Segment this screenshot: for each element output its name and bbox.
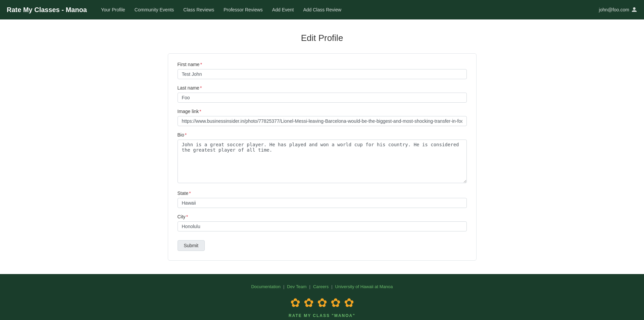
city-input[interactable] xyxy=(178,221,467,231)
footer-separator-2: | xyxy=(309,284,310,289)
footer-link-careers[interactable]: Careers xyxy=(313,284,329,289)
image-link-input[interactable] xyxy=(178,116,467,126)
flower-3: ✿ xyxy=(317,296,327,310)
image-link-group: Image link* xyxy=(178,109,467,126)
flower-1: ✿ xyxy=(290,296,300,310)
navbar-link-class-reviews[interactable]: Class Reviews xyxy=(179,5,218,14)
footer-link-dev-team[interactable]: Dev Team xyxy=(287,284,306,289)
footer-link-documentation[interactable]: Documentation xyxy=(251,284,280,289)
city-group: City* xyxy=(178,214,467,231)
submit-button[interactable]: Submit xyxy=(178,240,205,251)
footer-separator-1: | xyxy=(283,284,284,289)
first-name-required: * xyxy=(200,62,202,67)
user-email: john@foo.com xyxy=(599,7,629,12)
city-label: City* xyxy=(178,214,467,219)
flower-4: ✿ xyxy=(331,296,341,310)
first-name-input[interactable] xyxy=(178,69,467,79)
footer-tagline: RATE MY CLASS "MANOA" xyxy=(7,313,637,318)
navbar-link-add-class-review[interactable]: Add Class Review xyxy=(299,5,345,14)
state-required: * xyxy=(189,191,191,196)
state-group: State* xyxy=(178,191,467,208)
edit-profile-form-card: First name* Last name* Image link* Bio* … xyxy=(168,53,477,261)
navbar-brand: Rate My Classes - Manoa xyxy=(7,6,87,14)
navbar-link-community-events[interactable]: Community Events xyxy=(131,5,178,14)
city-required: * xyxy=(186,214,188,219)
state-input[interactable] xyxy=(178,198,467,208)
navbar-links: Your Profile Community Events Class Revi… xyxy=(97,5,599,14)
navbar-link-your-profile[interactable]: Your Profile xyxy=(97,5,129,14)
navbar-link-add-event[interactable]: Add Event xyxy=(268,5,298,14)
footer-flowers: ✿ ✿ ✿ ✿ ✿ xyxy=(7,296,637,310)
user-icon xyxy=(631,7,637,13)
navbar-user[interactable]: john@foo.com xyxy=(599,7,637,13)
footer-links: Documentation | Dev Team | Careers | Uni… xyxy=(7,284,637,289)
last-name-input[interactable] xyxy=(178,93,467,103)
bio-textarea[interactable]: John is a great soccer player. He has pl… xyxy=(178,140,467,183)
first-name-label: First name* xyxy=(178,62,467,67)
footer-link-university[interactable]: University of Hawaii at Manoa xyxy=(335,284,393,289)
bio-group: Bio* John is a great soccer player. He h… xyxy=(178,132,467,184)
main-content: Edit Profile First name* Last name* Imag… xyxy=(0,19,644,274)
flower-2: ✿ xyxy=(304,296,314,310)
navbar-link-professor-reviews[interactable]: Professor Reviews xyxy=(219,5,267,14)
bio-required: * xyxy=(185,132,187,138)
flower-5: ✿ xyxy=(344,296,354,310)
bio-label: Bio* xyxy=(178,132,467,138)
first-name-group: First name* xyxy=(178,62,467,79)
page-title: Edit Profile xyxy=(7,33,637,43)
navbar: Rate My Classes - Manoa Your Profile Com… xyxy=(0,0,644,19)
footer: Documentation | Dev Team | Careers | Uni… xyxy=(0,274,644,320)
image-link-required: * xyxy=(199,109,201,114)
last-name-required: * xyxy=(200,85,202,91)
state-label: State* xyxy=(178,191,467,196)
last-name-group: Last name* xyxy=(178,85,467,103)
last-name-label: Last name* xyxy=(178,85,467,91)
footer-separator-3: | xyxy=(331,284,332,289)
image-link-label: Image link* xyxy=(178,109,467,114)
